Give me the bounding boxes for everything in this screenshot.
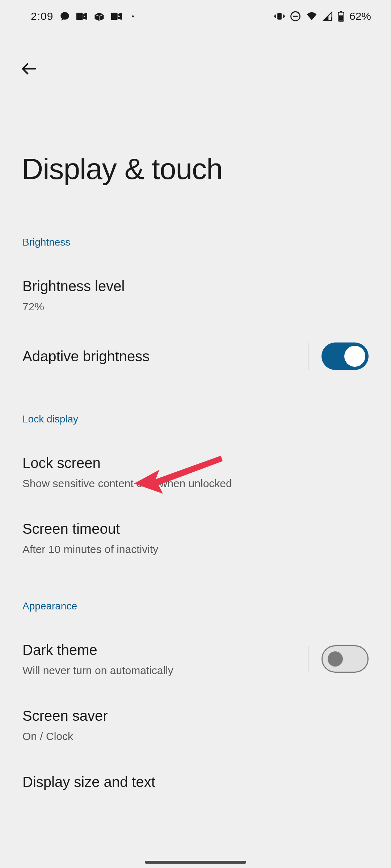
switch-thumb — [328, 651, 343, 667]
brightness-level-title: Brightness level — [22, 276, 369, 296]
adaptive-brightness-title: Adaptive brightness — [22, 346, 308, 366]
divider — [308, 343, 308, 370]
display-size-row[interactable]: Display size and text — [0, 772, 391, 792]
section-header-lockdisplay: Lock display — [22, 413, 391, 425]
chat-bubble-icon — [60, 11, 70, 21]
divider — [308, 646, 308, 672]
screen-timeout-row[interactable]: Screen timeout After 10 minutes of inact… — [0, 519, 391, 557]
home-indicator[interactable] — [145, 861, 246, 864]
battery-percent: 62% — [349, 10, 371, 22]
screen-saver-text: Screen saver On / Clock — [22, 706, 369, 744]
switch-thumb — [344, 346, 365, 367]
dark-theme-toggle-wrap — [308, 645, 369, 673]
adaptive-brightness-switch[interactable] — [321, 342, 369, 370]
status-bar: 2:09 • ! 62% — [0, 0, 391, 33]
arrow-left-icon — [21, 60, 37, 77]
wifi-icon — [306, 11, 318, 21]
dark-theme-row[interactable]: Dark theme Will never turn on automatica… — [0, 640, 391, 678]
lock-screen-row[interactable]: Lock screen Show sensitive content only … — [0, 453, 391, 491]
display-size-text: Display size and text — [22, 772, 369, 792]
svg-rect-1 — [111, 13, 118, 20]
screen-saver-title: Screen saver — [22, 706, 369, 726]
lock-screen-text: Lock screen Show sensitive content only … — [22, 453, 369, 491]
brightness-level-text: Brightness level 72% — [22, 276, 369, 314]
dark-theme-switch[interactable] — [321, 645, 369, 673]
section-header-brightness: Brightness — [22, 237, 391, 248]
dark-theme-title: Dark theme — [22, 640, 308, 660]
brightness-level-value: 72% — [22, 299, 369, 314]
svg-text:!: ! — [331, 16, 332, 21]
adaptive-brightness-text: Adaptive brightness — [22, 346, 308, 366]
dot-icon: • — [131, 12, 134, 21]
adaptive-brightness-toggle-wrap — [308, 342, 369, 370]
screen-saver-row[interactable]: Screen saver On / Clock — [0, 706, 391, 744]
screen-timeout-text: Screen timeout After 10 minutes of inact… — [22, 519, 369, 557]
outlook-icon — [76, 12, 87, 21]
page-title: Display & touch — [22, 152, 391, 186]
section-header-appearance: Appearance — [22, 600, 391, 612]
status-right: ! 62% — [274, 10, 371, 22]
vibrate-icon — [274, 11, 285, 21]
lock-screen-title: Lock screen — [22, 453, 369, 473]
screen-timeout-title: Screen timeout — [22, 519, 369, 539]
back-button[interactable] — [14, 54, 43, 83]
status-left: 2:09 • — [31, 10, 134, 22]
svg-rect-12 — [339, 16, 343, 21]
dark-theme-text: Dark theme Will never turn on automatica… — [22, 640, 308, 678]
svg-rect-0 — [76, 13, 83, 20]
package-icon — [94, 12, 105, 21]
svg-rect-11 — [340, 11, 342, 12]
status-time: 2:09 — [31, 10, 53, 22]
dark-theme-subtitle: Will never turn on automatically — [22, 663, 308, 678]
outlook-icon-2 — [111, 12, 122, 21]
adaptive-brightness-row[interactable]: Adaptive brightness — [0, 342, 391, 370]
screen-timeout-subtitle: After 10 minutes of inactivity — [22, 542, 369, 557]
battery-icon — [338, 11, 344, 22]
brightness-level-row[interactable]: Brightness level 72% — [0, 276, 391, 314]
svg-rect-2 — [277, 13, 282, 20]
do-not-disturb-icon — [290, 11, 301, 22]
lock-screen-subtitle: Show sensitive content only when unlocke… — [22, 476, 369, 491]
display-size-title: Display size and text — [22, 772, 369, 792]
signal-icon: ! — [323, 11, 333, 21]
screen-saver-subtitle: On / Clock — [22, 729, 369, 744]
